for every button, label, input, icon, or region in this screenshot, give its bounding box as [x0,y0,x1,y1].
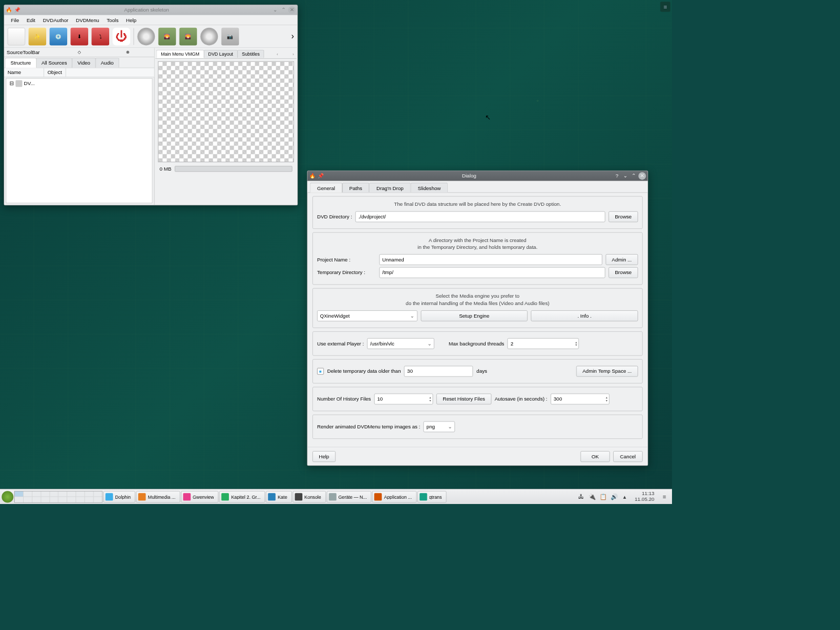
tab-general[interactable]: General [310,183,342,193]
pin-icon[interactable]: 📌 [14,7,21,14]
delete-old-checkbox[interactable] [317,368,324,375]
tray-clipboard-icon[interactable]: 📋 [600,494,606,500]
task-dolphin[interactable]: Dolphin [103,491,135,502]
menu-tools[interactable]: Tools [103,16,122,24]
tab-all-sources[interactable]: All Sources [36,58,72,67]
dialog-title: Dialog [326,173,613,179]
temp-dir-input[interactable] [379,267,605,278]
engine-desc: Select the Media engine you prefer to do… [317,293,638,307]
dialog-close-button[interactable]: ✕ [638,172,646,180]
photo2-icon[interactable]: 🌄 [180,27,197,45]
task-qtrans[interactable]: qtrans [417,491,447,502]
import-disc-icon[interactable]: 💿 [49,27,67,45]
desktop-menu-button[interactable]: ≡ [660,2,670,12]
tab-paths[interactable]: Paths [342,183,370,192]
dialog-maximize-button[interactable]: ⌃ [630,172,637,180]
task-device[interactable]: Geräte — N... [327,491,371,502]
task-application[interactable]: Application ... [372,491,416,502]
menu-dvdauthor[interactable]: DVDAuthor [39,16,71,24]
app-titlebar[interactable]: 🔥 📌 Application skeleton ⌄ ⌃ ✕ [4,5,297,15]
task-kapitel[interactable]: Kapitel 2. Gr... [219,491,265,502]
tray-usb-icon[interactable]: 🔌 [589,494,595,500]
toolbar-overflow-icon[interactable]: › [291,32,294,41]
help-button[interactable]: Help [312,451,335,462]
tab-main-menu[interactable]: Main Menu VMGM [156,50,204,58]
dvd-dir-label: DVD Directory : [317,214,352,219]
history-group: Number Of History Files 10 Reset History… [312,387,643,411]
wizard-icon[interactable]: ✨ [28,27,46,45]
panel-close-icon[interactable]: ⊗ [104,49,152,55]
project-admin-button[interactable]: Admin ... [605,254,638,265]
engine-info-button[interactable]: . Info . [531,310,638,321]
start-button[interactable] [2,491,13,502]
tab-dragndrop[interactable]: Drag'n Drop [370,183,411,192]
delete-old-days-input[interactable] [404,366,473,377]
download-icon[interactable]: ⬇ [70,27,88,45]
ok-button[interactable]: OK [581,451,610,462]
dialog-titlebar[interactable]: 🔥 📌 Dialog ? ⌄ ⌃ ✕ [308,171,648,181]
menubar: File Edit DVDAuthor DVDMenu Tools Help [4,15,297,25]
temp-dir-browse-button[interactable]: Browse [608,267,638,278]
power-icon[interactable] [112,27,130,45]
menu-edit[interactable]: Edit [23,16,38,24]
tree-row[interactable]: ⊟ DV... [6,79,152,89]
camera-icon[interactable]: 📷 [222,27,239,45]
engine-combo[interactable]: QXineWidget [317,310,417,321]
tab-dvd-layout[interactable]: DVD Layout [204,50,238,58]
task-konsole[interactable]: Konsole [292,491,326,502]
new-icon[interactable] [7,27,25,45]
max-threads-spin[interactable]: 2 [508,338,579,349]
setup-engine-button[interactable]: Setup Engine [421,310,528,321]
minimize-button[interactable]: ⌄ [271,6,279,14]
render-combo[interactable]: png [424,421,455,432]
menu-file[interactable]: File [7,16,22,24]
menu-dvdmenu[interactable]: DVDMenu [72,16,102,24]
task-gwenview[interactable]: Gwenview [181,491,219,502]
task-multimedia[interactable]: Multimedia ... [136,491,180,502]
dialog-help-icon[interactable]: ? [613,172,621,180]
panel-float-icon[interactable]: ◇ [55,49,103,55]
max-threads-label: Max background threads [449,341,505,346]
dialog-minimize-button[interactable]: ⌄ [622,172,629,180]
desktop-pager[interactable] [14,491,102,502]
tray-menu-icon[interactable]: ≡ [661,494,668,500]
tab-nav-right-icon[interactable]: › [291,51,296,56]
tree-body[interactable]: ⊟ DV... [6,78,152,203]
tab-video[interactable]: Video [72,58,96,67]
dvd-dir-input[interactable] [355,211,605,222]
history-spin[interactable]: 10 [374,394,433,405]
tray-expand-icon[interactable]: ▴ [621,494,628,500]
dialog-pin-icon[interactable]: 📌 [318,173,324,180]
tray-volume-icon[interactable]: 🔊 [611,494,617,500]
tab-nav-left-icon[interactable]: ‹ [275,51,280,56]
disc2-icon[interactable] [201,27,218,45]
cancel-button[interactable]: Cancel [613,451,643,462]
menu-help[interactable]: Help [123,16,140,24]
tab-audio[interactable]: Audio [96,58,119,67]
tree-header-object[interactable]: Object [44,68,66,77]
reset-history-button[interactable]: Reset History Files [436,394,491,405]
tray-network-icon[interactable]: 🖧 [578,494,584,500]
dvd-dir-browse-button[interactable]: Browse [608,211,638,222]
tree-expand-icon[interactable]: ⊟ [9,81,14,87]
clock[interactable]: 11:13 11.05.20 [632,491,657,502]
cleanup-group: Delete temporary data older than days Ad… [312,359,643,383]
project-name-input[interactable] [379,254,602,265]
tree-header-name[interactable]: Name [4,68,44,77]
task-kate[interactable]: Kate [266,491,292,502]
autosave-spin[interactable]: 300 [551,394,610,405]
admin-temp-button[interactable]: Admin Temp Space ... [576,366,638,377]
photo1-icon[interactable]: 🌄 [159,27,176,45]
menu-canvas[interactable] [158,61,294,162]
maximize-button[interactable]: ⌃ [280,6,287,14]
app-icon: 🔥 [6,7,13,14]
tab-subtitles[interactable]: Subtitles [237,50,264,58]
history-label: Number Of History Files [317,396,371,402]
download2-icon[interactable]: ⤵ [91,27,109,45]
close-button[interactable]: ✕ [288,6,296,14]
tab-slideshow[interactable]: Slideshow [411,183,448,192]
project-group: A directory with the Project Name is cre… [312,232,643,285]
disc-icon[interactable] [138,27,155,45]
ext-player-combo[interactable]: /usr/bin/vlc [368,338,435,349]
tab-structure[interactable]: Structure [5,58,37,68]
